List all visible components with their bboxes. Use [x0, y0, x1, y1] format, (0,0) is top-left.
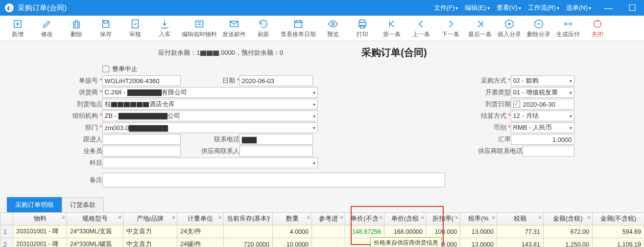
tab-detail[interactable]: 采购订单明细	[7, 197, 62, 212]
follower-field[interactable]	[102, 134, 181, 145]
vphone-label: 供应商联系电话	[474, 147, 523, 156]
subject-field[interactable]	[102, 157, 318, 168]
recvdate-label: 到货日期	[474, 100, 511, 109]
phone-label: 联系电话	[181, 135, 239, 144]
purchmode-label: 采购方式	[474, 76, 511, 85]
insert-entry-button[interactable]: 插入分录	[495, 19, 524, 39]
menu-file[interactable]: 文件(F)	[434, 3, 458, 12]
print-button[interactable]: 打印	[348, 19, 377, 39]
vcontact-field[interactable]	[239, 146, 313, 157]
minimize-button[interactable]: —	[601, 3, 616, 13]
maximize-button[interactable]: ☐	[625, 2, 639, 13]
table-row[interactable]: 1 203101001 - 啤24*330ML/支装中文喜力24支/件 4.00…	[0, 225, 644, 238]
price-tooltip: 价格来自供应商供货信息	[370, 237, 442, 247]
toolbar: 新增 修改 删除 保存 审核 入库 编辑临时物料 发送邮件 刷新 查看接单日期 …	[0, 16, 644, 41]
remark-field[interactable]	[102, 173, 445, 187]
docno-label: 单据号	[72, 76, 102, 85]
svg-rect-2	[196, 21, 203, 27]
first-button[interactable]: 第一条	[377, 19, 406, 39]
curr-field[interactable]: RMB - 人民币	[511, 122, 574, 133]
settle-field[interactable]: 12 - 月结	[511, 111, 574, 121]
rate-field[interactable]: 1.0000	[511, 134, 574, 145]
menu-view[interactable]: 查看(V)	[497, 3, 521, 12]
last-button[interactable]: 最后一条	[465, 19, 495, 39]
svg-point-5	[332, 22, 334, 25]
prev-button[interactable]: 上一条	[406, 19, 436, 39]
menu-select[interactable]: 选单(N)	[566, 3, 591, 12]
gen-payable-button[interactable]: 生成应付	[553, 19, 583, 39]
vphone-field[interactable]	[523, 146, 574, 157]
suspend-checkbox[interactable]	[102, 66, 109, 72]
next-button[interactable]: 下一条	[436, 19, 465, 39]
recvloc-label: 到货地点	[72, 100, 102, 109]
invtype-label: 开票类型	[474, 88, 511, 97]
curr-label: 币别	[474, 123, 511, 132]
recvloc-field[interactable]: 桂▇▇▇▇▇▇酒店仓库	[102, 99, 318, 110]
save-button[interactable]: 保存	[91, 19, 120, 39]
page-title: 采购订单(合同)	[361, 46, 427, 59]
phone-field[interactable]: ▇▇▇	[239, 134, 313, 145]
table-row[interactable]: 2 203102001 - 啤24*330ML/罐装中文喜力24罐/件 720.…	[0, 238, 644, 247]
view-accept-date-button[interactable]: 查看接单日期	[278, 19, 318, 39]
balance-text: 应付款余额：1▇▇▇.0000，预付款余额：0	[158, 48, 283, 57]
recvdate-field[interactable]: 2020-06-30	[511, 99, 574, 110]
org-label: 组织机构	[72, 112, 102, 120]
svg-rect-8	[360, 25, 364, 28]
sales-field[interactable]	[102, 146, 181, 157]
date-label: 日期	[181, 76, 239, 85]
remark-label: 备注	[72, 176, 102, 184]
close-button[interactable]: 关闭	[583, 19, 612, 39]
menu-workflow[interactable]: 工作流(R)	[528, 3, 559, 12]
app-logo-icon: ◐	[5, 3, 14, 12]
tab-terms[interactable]: 订货条款	[62, 197, 104, 212]
preview-button[interactable]: 预览	[318, 19, 348, 39]
recvdate-checkbox[interactable]	[513, 101, 520, 108]
audit-button[interactable]: 审核	[120, 19, 150, 39]
delete-entry-button[interactable]: 删除分录	[524, 19, 553, 39]
org-field[interactable]: ZB - ▇▇▇▇▇▇▇▇▇▇公司	[102, 111, 318, 121]
new-button[interactable]: 新增	[3, 19, 32, 39]
docno-field[interactable]: WGLiHT2006-4360	[102, 75, 181, 86]
dept-field[interactable]: zm003.0▇▇▇▇▇▇▇▇	[102, 122, 318, 133]
purchmode-field[interactable]: 02 - 赊购	[511, 75, 574, 86]
vendor-field[interactable]: C.268 - ▇▇▇▇▇▇▇有限公司	[102, 87, 318, 98]
detail-grid[interactable]: 物料⇲ 规格型号⇲ 产地/品牌⇲ 计量单位⇲ 当前库存(基本)⇲ 数量⇲ 参考进…	[0, 212, 644, 247]
follower-label: 跟进人	[72, 135, 102, 144]
rate-label: 汇率	[474, 135, 511, 144]
svg-rect-4	[295, 21, 302, 28]
send-mail-button[interactable]: 发送邮件	[219, 19, 249, 39]
edit-button[interactable]: 修改	[32, 19, 62, 39]
subject-label: 科目	[72, 158, 102, 167]
suspend-label: 整单中止	[112, 65, 138, 73]
edit-temp-material-button[interactable]: 编辑临时物料	[179, 19, 219, 39]
svg-rect-6	[360, 20, 365, 23]
vcontact-label: 供应商联系人	[181, 147, 239, 156]
grid-header-row: 物料⇲ 规格型号⇲ 产地/品牌⇲ 计量单位⇲ 当前库存(基本)⇲ 数量⇲ 参考进…	[0, 213, 644, 225]
vendor-label: 供货商	[72, 88, 102, 97]
refresh-button[interactable]: 刷新	[249, 19, 278, 39]
stockin-button[interactable]: 入库	[150, 19, 179, 39]
delete-button[interactable]: 删除	[62, 19, 91, 39]
settle-label: 结算方式	[474, 112, 511, 120]
window-title: 采购订单(合同)	[18, 3, 67, 13]
date-field[interactable]: 2020-06-03	[239, 75, 313, 86]
sales-label: 业务员	[72, 147, 102, 156]
dept-label: 部门	[72, 123, 102, 132]
invtype-field[interactable]: 01 - 增值税发票	[511, 87, 574, 98]
menu-edit[interactable]: 编辑(E)	[465, 3, 489, 12]
